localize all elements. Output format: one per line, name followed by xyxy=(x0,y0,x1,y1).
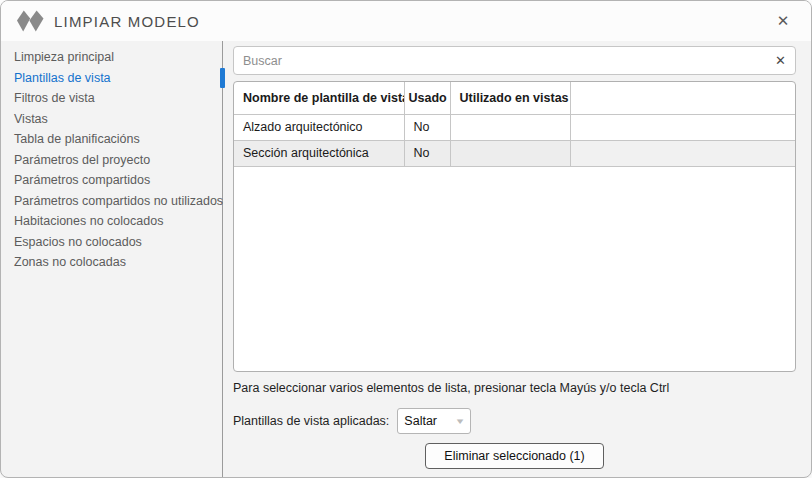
sidebar-item-plantillas-de-vista[interactable]: Plantillas de vista xyxy=(1,68,222,89)
column-header-empty xyxy=(570,82,795,114)
applied-templates-select[interactable]: Saltar ▼ xyxy=(397,408,471,434)
active-item-indicator xyxy=(220,68,225,89)
sidebar-item-label: Plantillas de vista xyxy=(14,71,111,85)
cell-empty[interactable] xyxy=(570,114,795,140)
sidebar-item-habitaciones-no-colocados[interactable]: Habitaciones no colocados xyxy=(1,211,222,232)
column-header-name[interactable]: Nombre de plantilla de vista xyxy=(234,82,404,114)
cell-used[interactable]: No xyxy=(404,114,450,140)
sidebar-item-espacios-no-colocados[interactable]: Espacios no colocados xyxy=(1,232,222,253)
sidebar-item-zonas-no-colocadas[interactable]: Zonas no colocadas xyxy=(1,252,222,273)
delete-selected-button[interactable]: Eliminar seleccionado (1) xyxy=(425,443,603,469)
chevron-down-icon: ▼ xyxy=(455,417,466,426)
table-row[interactable]: Alzado arquitectónico No xyxy=(234,114,795,140)
table-row-selected[interactable]: Sección arquitectónica No xyxy=(234,140,795,166)
column-header-used-in-views[interactable]: Utilizado en vistas xyxy=(450,82,570,114)
view-templates-table-panel: Nombre de plantilla de vista Usado Utili… xyxy=(233,81,796,372)
sidebar-nav: Limpieza principal Plantillas de vista F… xyxy=(1,41,223,478)
sidebar-item-filtros-de-vista[interactable]: Filtros de vista xyxy=(1,88,222,109)
main-panel: ✕ Nombre de plantilla de vista Usado Uti… xyxy=(223,41,811,478)
sidebar-item-parametros-compartidos-no-utilizados[interactable]: Parámetros compartidos no utilizados xyxy=(1,191,222,212)
sidebar-item-vistas[interactable]: Vistas xyxy=(1,109,222,130)
cell-empty[interactable] xyxy=(570,140,795,166)
cell-used-in-views[interactable] xyxy=(450,114,570,140)
app-logo-icon xyxy=(17,10,44,32)
applied-templates-row: Plantillas de vista aplicadas: Saltar ▼ xyxy=(233,408,796,434)
multi-select-hint: Para seleccionar varios elementos de lis… xyxy=(233,381,796,395)
column-header-used[interactable]: Usado xyxy=(404,82,450,114)
dialog-body: Limpieza principal Plantillas de vista F… xyxy=(1,41,811,478)
table-header-row: Nombre de plantilla de vista Usado Utili… xyxy=(234,82,795,114)
cell-template-name[interactable]: Alzado arquitectónico xyxy=(234,114,404,140)
cell-used-in-views[interactable] xyxy=(450,140,570,166)
button-row: Eliminar seleccionado (1) xyxy=(233,443,796,469)
cell-used[interactable]: No xyxy=(404,140,450,166)
search-box: ✕ xyxy=(233,46,796,75)
clear-search-icon[interactable]: ✕ xyxy=(767,53,786,68)
sidebar-item-limpieza-principal[interactable]: Limpieza principal xyxy=(1,47,222,68)
view-templates-table: Nombre de plantilla de vista Usado Utili… xyxy=(234,82,795,167)
applied-templates-label: Plantillas de vista aplicadas: xyxy=(233,414,389,428)
clean-model-dialog: LIMPIAR MODELO ✕ Limpieza principal Plan… xyxy=(0,0,812,478)
sidebar-item-tabla-de-planificacions[interactable]: Tabla de planificacións xyxy=(1,129,222,150)
close-icon[interactable]: ✕ xyxy=(771,9,795,33)
sidebar-item-parametros-del-proyecto[interactable]: Parámetros del proyecto xyxy=(1,150,222,171)
dialog-title: LIMPIAR MODELO xyxy=(54,13,200,30)
sidebar-item-parametros-compartidos[interactable]: Parámetros compartidos xyxy=(1,170,222,191)
search-input[interactable] xyxy=(243,54,767,68)
applied-templates-value: Saltar xyxy=(404,414,456,428)
title-bar: LIMPIAR MODELO ✕ xyxy=(1,1,811,41)
cell-template-name[interactable]: Sección arquitectónica xyxy=(234,140,404,166)
